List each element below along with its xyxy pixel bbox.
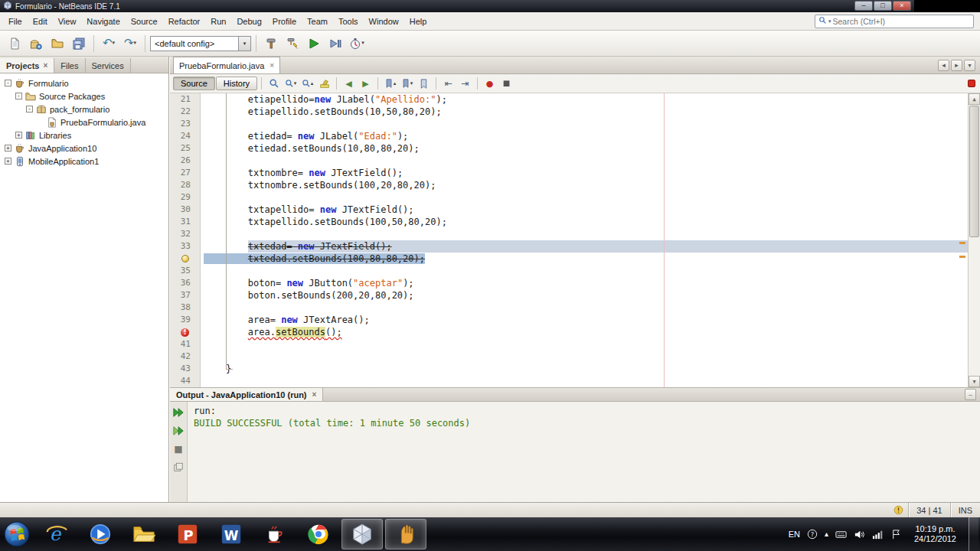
scroll-down-icon[interactable]: ▼ — [969, 376, 980, 387]
save-all-icon[interactable] — [69, 34, 89, 54]
gutter-cell[interactable]: 39 — [170, 314, 201, 326]
find-previous-icon[interactable]: ▴ — [299, 76, 315, 92]
close-button[interactable]: × — [893, 1, 911, 11]
code-line[interactable]: 22 etiapellido.setBounds(10,50,80,20); — [170, 106, 980, 118]
scroll-tabs-left-icon[interactable]: ◂ — [938, 60, 949, 71]
error-status-icon[interactable] — [968, 80, 975, 87]
tab-list-icon[interactable]: ▾ — [964, 60, 975, 71]
window-titlebar[interactable]: Formulario - NetBeans IDE 7.1 –□× — [0, 0, 980, 12]
gutter-cell[interactable]: 24 — [170, 130, 201, 142]
maximize-button[interactable]: □ — [874, 1, 892, 11]
toggle-highlight-icon[interactable] — [316, 76, 332, 92]
tree-item-javaapplication10[interactable]: +JavaApplication10 — [0, 142, 168, 155]
undo-icon[interactable]: ↶▾ — [99, 34, 119, 54]
close-tab-icon[interactable]: × — [270, 63, 274, 69]
stop-macro-icon[interactable]: ■ — [498, 76, 514, 92]
volume-icon[interactable] — [854, 529, 865, 540]
profile-icon[interactable]: ▾ — [347, 34, 367, 54]
tree-item-formulario[interactable]: -Formulario — [0, 77, 168, 90]
tree-item-pruebaformulario-java[interactable]: PruebaFormulario.java — [0, 116, 168, 129]
code-line[interactable]: 27 txtnombre= new JTextField(); — [170, 167, 980, 179]
gutter-cell[interactable]: 28 — [170, 179, 201, 191]
menu-source[interactable]: Source — [126, 14, 163, 29]
scroll-tabs-right-icon[interactable]: ▸ — [951, 60, 962, 71]
tree-item-mobileapplication1[interactable]: +MobileApplication1 — [0, 155, 168, 168]
gutter-cell[interactable]: 43 — [170, 363, 201, 375]
menu-navigate[interactable]: Navigate — [81, 14, 125, 29]
clear-output-icon[interactable] — [172, 461, 185, 474]
editor-scrollbar[interactable]: ▲ ▼ — [968, 93, 980, 387]
menu-view[interactable]: View — [53, 14, 82, 29]
code-line[interactable]: 30 txtapellido= new JTextField(); — [170, 204, 980, 216]
network-icon[interactable] — [872, 529, 884, 540]
expand-icon[interactable]: + — [5, 158, 11, 165]
find-selection-icon[interactable] — [266, 76, 282, 92]
minimize-button[interactable]: – — [854, 1, 873, 11]
clean-build-icon[interactable] — [283, 34, 302, 54]
previous-bookmark-icon[interactable]: ▴ — [382, 76, 398, 92]
redo-icon[interactable]: ↷▾ — [120, 34, 140, 54]
hint-bulb-icon[interactable] — [181, 255, 189, 262]
gutter-cell[interactable]: 26 — [170, 155, 201, 167]
output-console[interactable]: run:BUILD SUCCESSFUL (total time: 1 minu… — [188, 402, 980, 502]
taskbar-app-netbeans[interactable] — [341, 519, 383, 549]
new-project-icon[interactable] — [26, 34, 46, 54]
open-project-icon[interactable] — [47, 34, 67, 54]
shift-left-icon[interactable]: ⇤ — [440, 76, 456, 92]
error-stripe-mark[interactable] — [959, 242, 965, 244]
taskbar-app-java[interactable] — [254, 519, 296, 549]
menu-edit[interactable]: Edit — [28, 14, 53, 29]
forward-icon[interactable]: ▶ — [358, 76, 374, 92]
gutter-cell[interactable]: ! — [170, 326, 201, 338]
insert-mode-indicator[interactable]: INS — [950, 503, 980, 517]
minimize-output-icon[interactable]: – — [965, 389, 976, 400]
tree-item-libraries[interactable]: +Libraries — [0, 129, 168, 142]
code-line[interactable]: txtedad.setBounds(100,80,80,20); — [170, 253, 980, 265]
config-combobox[interactable]: <default config> ▾ — [150, 36, 251, 51]
search-scope-dropdown-icon[interactable]: ▾ — [828, 18, 831, 24]
collapse-icon[interactable]: - — [15, 93, 22, 99]
keyboard-icon[interactable] — [835, 529, 847, 540]
show-desktop-button[interactable] — [969, 517, 978, 551]
tree-item-source-packages[interactable]: -Source Packages — [0, 90, 168, 103]
run-icon[interactable] — [304, 34, 324, 54]
gutter-cell[interactable]: 31 — [170, 216, 201, 228]
rerun-icon[interactable] — [172, 406, 185, 419]
code-line[interactable]: 33 txtedad= new JTextField(); — [170, 240, 980, 253]
collapse-icon[interactable]: - — [5, 80, 11, 86]
close-panel-icon[interactable]: × — [43, 63, 47, 69]
output-tab[interactable]: Output - JavaApplication10 (run) × — [170, 388, 323, 401]
clock[interactable]: 10:19 p.m. 24/12/2012 — [909, 524, 962, 544]
code-line[interactable]: 31 txtapellido.setBounds(100,50,80,20); — [170, 216, 980, 228]
panel-tab-files[interactable]: Files — [54, 58, 85, 73]
taskbar-app-screen-recorder[interactable] — [385, 519, 426, 549]
tree-item-pack-formulario[interactable]: -pack_formulario — [0, 103, 168, 116]
code-line[interactable]: 44 — [170, 375, 980, 387]
gutter-cell[interactable]: 23 — [170, 118, 201, 130]
toggle-bookmark-icon[interactable] — [416, 76, 432, 92]
code-line[interactable]: 41 — [170, 338, 980, 350]
quick-search[interactable]: ▾ — [815, 15, 974, 28]
code-line[interactable]: 39 area= new JTextArea(); — [170, 314, 980, 326]
editor-tab-pruebaformulario[interactable]: PruebaFormulario.java × — [173, 57, 280, 73]
code-line[interactable]: 36 boton= new JButton("aceptar"); — [170, 277, 980, 289]
new-file-icon[interactable] — [5, 34, 24, 54]
gutter-cell[interactable]: 25 — [170, 142, 201, 155]
menu-run[interactable]: Run — [205, 14, 231, 29]
back-icon[interactable]: ◀ — [341, 76, 357, 92]
stop-build-icon[interactable]: ■ — [172, 442, 185, 455]
gutter-cell[interactable]: 36 — [170, 277, 201, 289]
next-bookmark-icon[interactable]: ▾ — [399, 76, 415, 92]
scrollbar-thumb[interactable] — [969, 106, 979, 237]
panel-tab-services[interactable]: Services — [86, 58, 131, 73]
code-line[interactable]: 35 — [170, 265, 980, 277]
build-icon[interactable] — [261, 34, 281, 54]
menu-refactor[interactable]: Refactor — [163, 14, 206, 29]
find-next-icon[interactable]: ▾ — [283, 76, 299, 92]
code-line[interactable]: 25 etiedad.setBounds(10,80,80,20); — [170, 142, 980, 155]
gutter-cell[interactable]: 33 — [170, 240, 201, 253]
code-line[interactable]: 38 — [170, 302, 980, 314]
code-line[interactable]: ! area.setBounds(); — [170, 326, 980, 338]
code-line[interactable]: 32 — [170, 228, 980, 240]
gutter-cell[interactable]: 38 — [170, 302, 201, 314]
